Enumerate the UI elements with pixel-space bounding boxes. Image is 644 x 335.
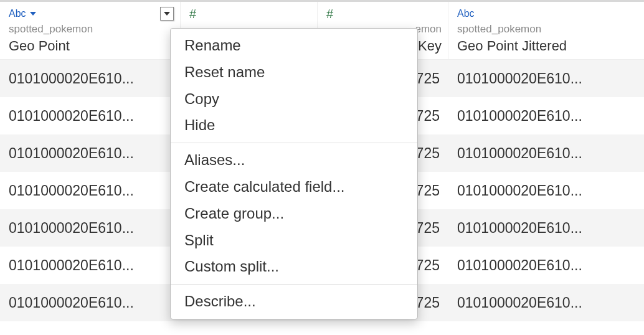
table-cell: 0101000020E610... xyxy=(448,108,644,125)
menu-item-custom-split[interactable]: Custom split... xyxy=(171,253,417,280)
menu-separator xyxy=(171,284,417,285)
menu-item-hide[interactable]: Hide xyxy=(171,112,417,139)
column-field-name: Geo Point xyxy=(9,38,174,54)
column-field-name: Geo Point Jittered xyxy=(457,38,638,54)
menu-separator xyxy=(171,143,417,143)
type-number-icon: # xyxy=(326,7,333,20)
menu-item-create-calc[interactable]: Create calculated field... xyxy=(171,174,417,201)
table-cell: 0101000020E610... xyxy=(0,220,181,237)
menu-item-aliases[interactable]: Aliases... xyxy=(171,147,417,174)
column-menu-button[interactable] xyxy=(160,7,174,21)
column-header-geo-point[interactable]: Abc spotted_pokemon Geo Point xyxy=(0,2,181,59)
table-cell: 0101000020E610... xyxy=(448,257,644,274)
column-context-menu: Rename Reset name Copy Hide Aliases... C… xyxy=(170,28,418,319)
type-abc-icon: Abc xyxy=(457,8,475,19)
table-cell: 0101000020E610... xyxy=(448,220,644,237)
data-grid: Abc spotted_pokemon Geo Point # # emo xyxy=(0,0,644,321)
menu-item-rename[interactable]: Rename xyxy=(171,32,417,59)
menu-item-describe[interactable]: Describe... xyxy=(171,288,417,315)
column-header-geo-point-jittered[interactable]: Abc spotted_pokemon Geo Point Jittered xyxy=(448,2,644,59)
type-abc-icon: Abc xyxy=(9,8,26,19)
table-cell: 0101000020E610... xyxy=(0,257,181,274)
caret-down-icon xyxy=(30,12,36,16)
menu-item-reset-name[interactable]: Reset name xyxy=(171,59,417,86)
menu-item-copy[interactable]: Copy xyxy=(171,86,417,113)
table-cell: 0101000020E610... xyxy=(448,182,644,199)
table-cell: 0101000020E610... xyxy=(448,295,644,311)
menu-item-split[interactable]: Split xyxy=(171,227,417,254)
table-cell: 0101000020E610... xyxy=(0,295,181,311)
column-table-name: spotted_pokemon xyxy=(9,23,174,35)
column-table-name: spotted_pokemon xyxy=(457,23,638,35)
table-cell: 0101000020E610... xyxy=(0,108,181,125)
table-cell: 0101000020E610... xyxy=(0,70,181,87)
table-cell: 0101000020E610... xyxy=(448,70,644,87)
table-cell: 0101000020E610... xyxy=(0,145,181,162)
type-number-icon: # xyxy=(189,7,196,20)
menu-item-create-group[interactable]: Create group... xyxy=(171,201,417,227)
table-cell: 0101000020E610... xyxy=(448,145,644,162)
table-cell: 0101000020E610... xyxy=(0,182,181,199)
